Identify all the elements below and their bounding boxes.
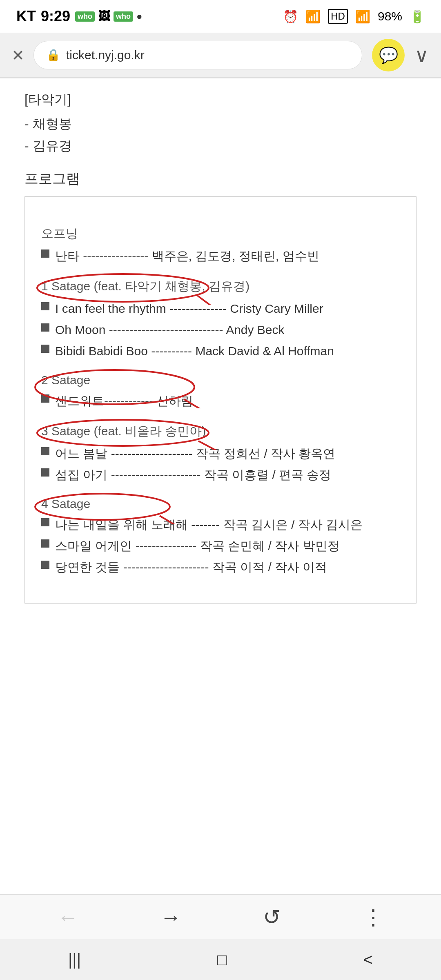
satage1-title: 1 Satage (feat. 타악기 채형봉, 김유경) xyxy=(41,278,400,295)
satage1-item-2: Oh Moon ---------------------------- And… xyxy=(41,320,400,340)
satage4-item-1: 나는 내일을 위해 노래해 ------- 작곡 김시은 / 작사 김시은 xyxy=(41,515,400,535)
satage4-item-text-1: 나는 내일을 위해 노래해 ------- 작곡 김시은 / 작사 김시은 xyxy=(55,515,363,535)
browser-bar: × 🔒 ticket.nyj.go.kr 💬 ∨ xyxy=(0,33,441,78)
header-info: [타악기] - 채형봉 - 김유경 xyxy=(24,91,416,157)
bullet-icon xyxy=(41,561,49,569)
satage3-item-text-2: 섬집 아기 ---------------------- 작곡 이흥렬 / 편곡… xyxy=(55,465,331,485)
page-content: [타악기] - 채형봉 - 김유경 프로그램 오프닝 난타 ----------… xyxy=(0,78,441,706)
status-left: KT 9:29 who 🖼 who ● xyxy=(16,8,143,25)
satage1-item-text-2: Oh Moon ---------------------------- And… xyxy=(55,320,285,340)
chat-bubble-button[interactable]: 💬 xyxy=(372,39,405,71)
who-icon-2: who xyxy=(114,11,133,22)
opening-item-text-1: 난타 ---------------- 백주은, 김도경, 정태린, 엄수빈 xyxy=(55,246,319,266)
reload-button[interactable]: ↺ xyxy=(255,901,289,933)
home-button[interactable]: □ xyxy=(217,951,227,969)
forward-button[interactable]: → xyxy=(152,901,189,933)
image-icon: 🖼 xyxy=(98,9,110,23)
system-back-button[interactable]: < xyxy=(363,951,373,969)
satage2-group: 2 Satage 샌드위트------------ 신하림 xyxy=(41,373,400,411)
back-button[interactable]: ← xyxy=(49,901,87,933)
satage1-group: 1 Satage (feat. 타악기 채형봉, 김유경) I can feel… xyxy=(41,278,400,361)
satage3-group: 3 Satage (feat. 비올라 송민아) 어느 봄날 ---------… xyxy=(41,423,400,485)
satage4-item-text-3: 당연한 것들 --------------------- 작곡 이적 / 작사 … xyxy=(55,557,327,577)
carrier-label: KT xyxy=(16,8,36,25)
satage4-item-3: 당연한 것들 --------------------- 작곡 이적 / 작사 … xyxy=(41,557,400,577)
satage1-item-3: Bibidi Babidi Boo ---------- Mack David … xyxy=(41,341,400,361)
time-label: 9:29 xyxy=(41,8,70,25)
satage1-item-text-1: I can feel the rhythm -------------- Cri… xyxy=(55,299,323,318)
satage4-title: 4 Satage xyxy=(41,497,400,511)
satage2-item-text-1: 샌드위트------------ 신하림 xyxy=(55,391,193,411)
bullet-icon xyxy=(41,249,49,258)
battery-icon: 🔋 xyxy=(410,9,425,24)
bullet-icon xyxy=(41,468,49,477)
menu-button[interactable]: ⋮ xyxy=(354,901,392,933)
who-icon-1: who xyxy=(75,11,95,22)
lock-icon: 🔒 xyxy=(46,48,60,62)
satage3-item-2: 섬집 아기 ---------------------- 작곡 이흥렬 / 편곡… xyxy=(41,465,400,485)
satage4-item-2: 스마일 어게인 --------------- 작곡 손민혜 / 작사 박민정 xyxy=(41,536,400,556)
bullet-icon xyxy=(41,345,49,353)
bottom-spacer xyxy=(24,604,416,693)
recent-apps-button[interactable]: ||| xyxy=(68,951,81,969)
bullet-icon xyxy=(41,323,49,332)
wifi-icon: 📶 xyxy=(305,9,321,24)
program-box: 오프닝 난타 ---------------- 백주은, 김도경, 정태린, 엄… xyxy=(24,196,416,604)
chevron-down-button[interactable]: ∨ xyxy=(414,44,429,67)
member-item-1: - 채형봉 xyxy=(24,113,416,135)
url-bar[interactable]: 🔒 ticket.nyj.go.kr xyxy=(33,41,362,69)
system-nav: ||| □ < xyxy=(0,939,441,980)
signal-icon: 📶 xyxy=(355,9,370,24)
satage4-item-text-2: 스마일 어게인 --------------- 작곡 손민혜 / 작사 박민정 xyxy=(55,536,340,556)
satage1-item-text-3: Bibidi Babidi Boo ---------- Mack David … xyxy=(55,341,334,361)
opening-item-1: 난타 ---------------- 백주은, 김도경, 정태린, 엄수빈 xyxy=(41,246,400,266)
status-bar: KT 9:29 who 🖼 who ● ⏰ 📶 HD 📶 98% 🔋 xyxy=(0,0,441,33)
url-text: ticket.nyj.go.kr xyxy=(66,48,145,62)
program-title: 프로그램 xyxy=(24,169,416,188)
satage3-item-text-1: 어느 봄날 -------------------- 작곡 정희선 / 작사 황… xyxy=(55,444,335,463)
satage3-item-1: 어느 봄날 -------------------- 작곡 정희선 / 작사 황… xyxy=(41,444,400,463)
status-right: ⏰ 📶 HD 📶 98% 🔋 xyxy=(283,9,425,24)
satage2-title: 2 Satage xyxy=(41,373,400,387)
bullet-icon xyxy=(41,447,49,455)
hd-icon: HD xyxy=(328,9,348,24)
bullet-icon xyxy=(41,302,49,310)
bracket-title: [타악기] xyxy=(24,91,416,109)
satage1-item-1: I can feel the rhythm -------------- Cri… xyxy=(41,299,400,318)
status-icons: who 🖼 who ● xyxy=(75,9,143,23)
opening-label: 오프닝 xyxy=(41,225,400,242)
bottom-nav: ← → ↺ ⋮ xyxy=(0,894,441,939)
chat-icon: 💬 xyxy=(379,46,398,64)
bullet-icon xyxy=(41,518,49,526)
close-button[interactable]: × xyxy=(12,45,24,65)
satage4-group: 4 Satage 나는 내일을 위해 노래해 ------- 작곡 김시은 / … xyxy=(41,497,400,577)
satage2-item-1: 샌드위트------------ 신하림 xyxy=(41,391,400,411)
member-item-2: - 김유경 xyxy=(24,135,416,157)
bullet-icon xyxy=(41,539,49,548)
battery-label: 98% xyxy=(378,9,402,23)
dot-icon: ● xyxy=(136,11,143,22)
bullet-icon xyxy=(41,394,49,403)
satage3-title: 3 Satage (feat. 비올라 송민아) xyxy=(41,423,400,440)
alarm-icon: ⏰ xyxy=(283,9,298,24)
